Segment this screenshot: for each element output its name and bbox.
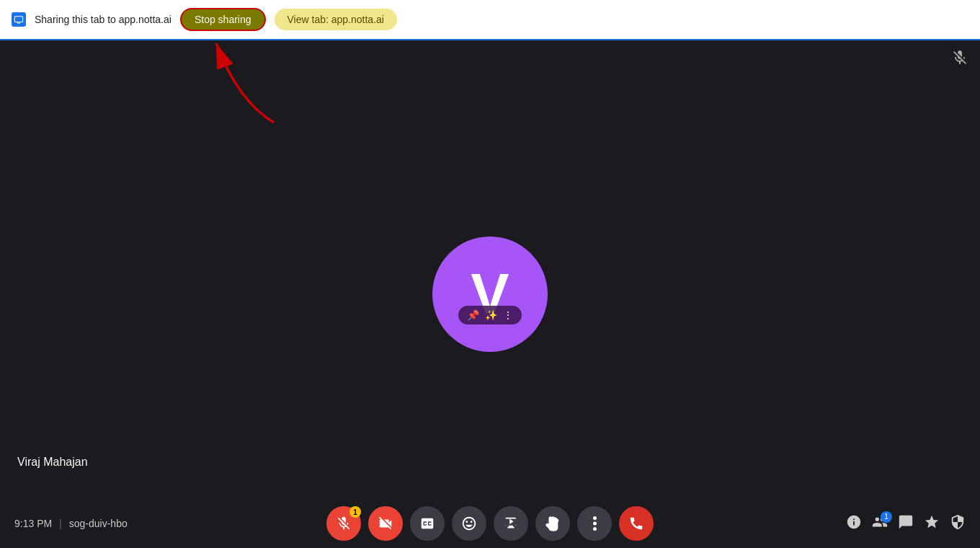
present-button[interactable] <box>494 506 528 541</box>
end-call-button[interactable] <box>619 506 654 541</box>
meeting-code: sog-duiv-hbo <box>69 518 128 529</box>
sharing-bar: Sharing this tab to app.notta.ai Stop sh… <box>0 0 980 40</box>
camera-button[interactable] <box>368 506 403 541</box>
activities-icon[interactable] <box>924 514 940 534</box>
avatar-overlay-bar: 📌 ✨ ⋮ <box>458 306 522 324</box>
mic-button[interactable]: 1 <box>326 506 361 541</box>
separator: | <box>59 518 62 529</box>
emoji-button[interactable] <box>452 506 486 541</box>
mic-muted-icon <box>951 49 968 71</box>
pin-icon[interactable]: 📌 <box>467 309 479 321</box>
sparkle-icon[interactable]: ✨ <box>485 309 497 321</box>
participant-name: Viraj Mahajan <box>17 456 88 469</box>
sharing-text: Sharing this tab to app.notta.ai <box>35 14 172 25</box>
svg-point-4 <box>593 527 597 531</box>
meeting-time: 9:13 PM <box>14 518 52 529</box>
captions-button[interactable] <box>410 506 445 541</box>
call-controls: 1 <box>173 506 807 541</box>
svg-rect-0 <box>14 17 22 22</box>
raise-hand-button[interactable] <box>535 506 570 541</box>
more-options-button[interactable] <box>577 506 612 541</box>
side-controls: 1 <box>807 514 966 534</box>
video-area: V 📌 ✨ ⋮ Viraj Mahajan 9:13 PM | sog-duiv… <box>0 40 980 548</box>
safety-icon[interactable] <box>950 514 966 534</box>
view-tab-button[interactable]: View tab: app.notta.ai <box>275 9 397 30</box>
screen-share-icon <box>12 12 26 27</box>
svg-point-2 <box>593 516 597 520</box>
stop-sharing-button[interactable]: Stop sharing <box>180 8 266 31</box>
meeting-info: 9:13 PM | sog-duiv-hbo <box>14 518 173 529</box>
more-options-icon[interactable]: ⋮ <box>503 309 513 321</box>
participant-avatar: V 📌 ✨ ⋮ <box>432 237 548 352</box>
svg-point-3 <box>593 522 597 526</box>
people-badge: 1 <box>881 511 892 523</box>
mic-badge: 1 <box>349 506 361 518</box>
info-icon[interactable] <box>846 514 862 534</box>
chat-icon[interactable] <box>898 514 914 534</box>
bottom-bar: 9:13 PM | sog-duiv-hbo 1 <box>0 499 980 548</box>
people-icon[interactable]: 1 <box>872 514 888 534</box>
